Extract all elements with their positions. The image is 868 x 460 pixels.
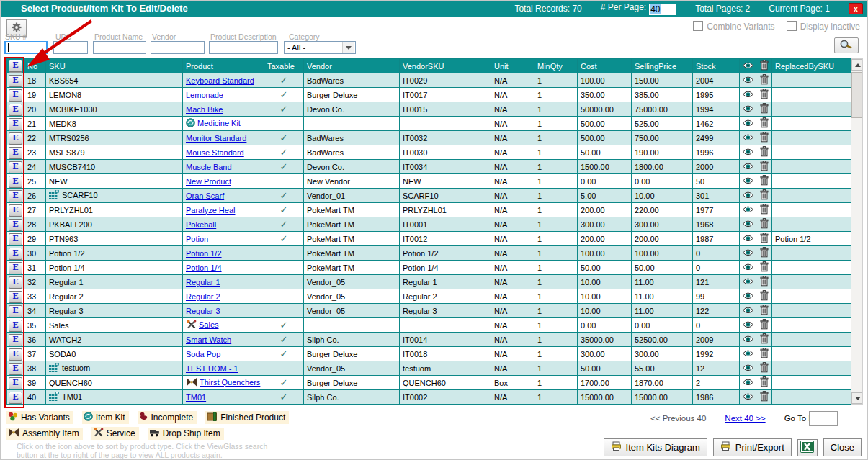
delete-product-icon[interactable] (760, 261, 769, 274)
column-header-taxable[interactable]: Taxable (264, 59, 304, 73)
column-header-no[interactable]: No (24, 59, 46, 73)
edit-product-button[interactable]: E (9, 262, 22, 274)
delete-product-icon[interactable] (760, 348, 769, 360)
delete-product-icon[interactable] (760, 146, 769, 158)
edit-product-button[interactable]: E (9, 305, 22, 317)
scrollbar-thumb[interactable] (851, 72, 862, 118)
product-link[interactable]: Potion 1/2 (186, 249, 222, 258)
delete-product-icon[interactable] (760, 103, 769, 115)
product-description-filter-input[interactable] (209, 41, 278, 54)
print-export-button[interactable]: Print/Export (713, 438, 792, 456)
column-header-selling_price[interactable]: SellingPrice (632, 59, 693, 73)
delete-product-icon[interactable] (760, 247, 769, 259)
product-name-filter-input[interactable] (93, 41, 146, 54)
view-product-icon[interactable] (742, 205, 754, 215)
delete-product-icon[interactable] (760, 204, 769, 216)
product-link[interactable]: Smart Watch (186, 335, 231, 344)
edit-product-button[interactable]: E (9, 118, 22, 130)
view-product-icon[interactable] (742, 234, 754, 244)
delete-product-icon[interactable] (760, 305, 769, 317)
product-link[interactable]: Mach Bike (186, 105, 223, 114)
delete-product-icon[interactable] (760, 319, 769, 331)
previous-page-link[interactable]: << Previous 40 (650, 414, 706, 423)
per-page-input[interactable]: 40 (649, 4, 676, 15)
column-header-product[interactable]: Product (183, 59, 264, 73)
view-product-icon[interactable] (742, 392, 754, 402)
view-product-icon[interactable] (742, 277, 754, 287)
edit-product-button[interactable]: E (9, 392, 22, 404)
vertical-scrollbar[interactable] (851, 58, 863, 405)
edit-product-button[interactable]: E (9, 291, 22, 303)
column-header-cost[interactable]: Cost (578, 59, 632, 73)
export-excel-button[interactable] (797, 439, 818, 456)
upc-filter-input[interactable] (53, 41, 88, 54)
delete-product-icon[interactable] (760, 290, 769, 302)
column-header-replaced_by_sku[interactable]: ReplacedBySKU (772, 59, 851, 73)
view-product-icon[interactable] (742, 176, 754, 186)
delete-product-icon[interactable] (760, 233, 769, 245)
product-link[interactable]: Muscle Band (186, 163, 232, 171)
column-header-delete[interactable] (756, 59, 772, 73)
close-x-icon[interactable]: x (849, 3, 863, 14)
delete-product-icon[interactable] (760, 89, 769, 101)
delete-product-icon[interactable] (760, 362, 769, 374)
delete-product-icon[interactable] (760, 74, 769, 86)
view-product-icon[interactable] (742, 248, 754, 258)
view-product-icon[interactable] (742, 162, 754, 172)
view-product-icon[interactable] (742, 148, 754, 158)
next-page-link[interactable]: Next 40 >> (725, 414, 765, 423)
close-button[interactable]: Close (823, 438, 862, 456)
view-product-icon[interactable] (742, 104, 754, 114)
next-page-anchor[interactable]: Next 40 >> (725, 414, 765, 423)
edit-product-button[interactable]: E (9, 75, 22, 87)
product-link[interactable]: Paralyze Heal (186, 206, 235, 215)
product-link[interactable]: Regular 2 (186, 292, 220, 301)
category-dropdown[interactable]: - All - (284, 41, 356, 54)
delete-product-icon[interactable] (760, 189, 769, 202)
delete-product-icon[interactable] (760, 218, 769, 230)
combine-variants-checkbox[interactable] (693, 21, 703, 31)
view-product-icon[interactable] (742, 320, 754, 330)
column-header-vendor[interactable]: Vendor (304, 59, 400, 73)
edit-product-button[interactable]: E (9, 132, 22, 145)
edit-product-button[interactable]: E (9, 204, 22, 217)
product-link[interactable]: Thirst Quenchers (200, 378, 260, 387)
product-link[interactable]: Lemonade (186, 91, 223, 99)
product-link[interactable]: Monitor Standard (186, 134, 246, 143)
delete-product-icon[interactable] (760, 276, 769, 288)
view-product-icon[interactable] (742, 292, 754, 302)
delete-product-icon[interactable] (760, 376, 769, 389)
product-link[interactable]: Soda Pop (186, 350, 220, 358)
column-header-min_qty[interactable]: MinQty (534, 59, 578, 73)
edit-product-button[interactable]: E (9, 147, 22, 159)
column-header-unit[interactable]: Unit (491, 59, 534, 73)
product-link[interactable]: Mouse Standard (186, 148, 244, 157)
edit-product-button[interactable]: E (9, 248, 22, 260)
delete-product-icon[interactable] (760, 175, 769, 187)
display-inactive-checkbox[interactable] (787, 21, 797, 31)
view-product-icon[interactable] (742, 335, 754, 345)
view-product-icon[interactable] (742, 306, 754, 316)
edit-product-button[interactable]: E (9, 348, 22, 361)
edit-product-button[interactable]: E (9, 233, 22, 245)
edit-product-button[interactable]: E (9, 334, 22, 346)
column-header-sku[interactable]: SKU (46, 59, 183, 73)
delete-product-icon[interactable] (760, 161, 769, 173)
view-product-icon[interactable] (742, 119, 754, 129)
product-link[interactable]: Sales (199, 320, 219, 329)
view-product-icon[interactable] (742, 76, 754, 86)
edit-product-button[interactable]: E (9, 161, 22, 173)
edit-product-button[interactable]: E (9, 89, 22, 102)
delete-product-icon[interactable] (760, 117, 769, 130)
edit-product-button[interactable]: E (9, 363, 22, 375)
scroll-down-button[interactable] (851, 392, 862, 404)
product-link[interactable]: Pokeball (186, 220, 216, 229)
column-header-vendor_sku[interactable]: VendorSKU (400, 59, 491, 73)
view-product-icon[interactable] (742, 90, 754, 100)
view-product-icon[interactable] (742, 349, 754, 359)
product-link[interactable]: TM01 (186, 393, 206, 402)
view-product-icon[interactable] (742, 191, 754, 201)
vendor-filter-input[interactable] (151, 41, 205, 54)
edit-product-button[interactable]: E (9, 219, 22, 231)
product-link[interactable]: TEST UOM - 1 (186, 364, 238, 373)
